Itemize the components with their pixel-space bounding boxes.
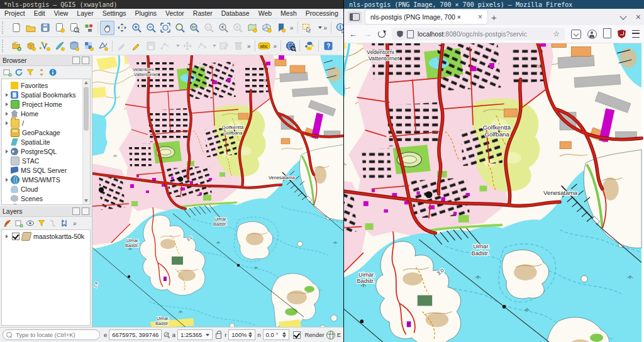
pan-map-button[interactable]: [100, 21, 114, 35]
crs-globe-icon[interactable]: [326, 331, 335, 339]
expand-arrow[interactable]: [3, 93, 10, 97]
list-all-tabs-icon[interactable]: [619, 13, 626, 19]
active-tab[interactable]: nls-postgis (PNG Image, 700 × ×: [365, 10, 487, 24]
delete-selected-button[interactable]: [231, 39, 245, 53]
url-bar[interactable]: localhost:8080/ogc/nls-postgis?servic ☆: [392, 28, 565, 40]
add-group-icon[interactable]: [14, 219, 23, 228]
metasearch-button[interactable]: [283, 39, 297, 53]
add-spatialite-layer-button[interactable]: [52, 39, 67, 53]
panel-float-button[interactable]: [72, 57, 80, 64]
properties-info-icon[interactable]: [48, 68, 57, 77]
ublock-shield-icon[interactable]: [618, 30, 626, 38]
pocket-extension-icon[interactable]: [571, 30, 581, 39]
menu-web[interactable]: Web: [254, 9, 276, 18]
python-console-button[interactable]: [302, 39, 316, 53]
expand-arrow[interactable]: [3, 178, 10, 182]
browser-item-stac[interactable]: STAC: [3, 156, 82, 165]
zoom-native-button[interactable]: [201, 21, 216, 35]
zoom-out-button[interactable]: [143, 21, 158, 35]
menu-edit[interactable]: Edit: [30, 9, 50, 18]
browser-item-spatialite[interactable]: SpatiaLite: [3, 137, 82, 146]
menu-settings[interactable]: Settings: [98, 9, 131, 18]
browser-item-wms[interactable]: WMS/WMTS: [3, 175, 82, 184]
menu-project[interactable]: Project: [0, 9, 30, 18]
window-close-icon[interactable]: ×: [636, 12, 641, 22]
add-raster-layer-button[interactable]: [81, 39, 96, 53]
toolbar-overflow[interactable]: »: [322, 25, 330, 31]
filter-legend-icon[interactable]: [37, 219, 46, 228]
menu-mesh[interactable]: Mesh: [276, 9, 301, 18]
layout-manager-button[interactable]: [67, 21, 81, 35]
render-checkbox[interactable]: [293, 331, 301, 339]
zoom-full-button[interactable]: [158, 21, 172, 35]
magnifier-spinner[interactable]: [248, 332, 252, 338]
vertex-tool-button[interactable]: [194, 39, 209, 53]
panel-close-button[interactable]: [82, 57, 89, 64]
browser-item-sensorthings[interactable]: SensorThings: [3, 203, 82, 205]
expand-collapse-icon[interactable]: [60, 219, 69, 228]
add-postgis-layer-button[interactable]: [67, 39, 81, 53]
current-edits-button[interactable]: [114, 39, 129, 53]
spatial-bookmarks-button[interactable]: [274, 21, 288, 35]
move-feature-button[interactable]: [180, 39, 194, 53]
menu-raster[interactable]: Raster: [189, 9, 217, 18]
account-icon[interactable]: [587, 30, 597, 39]
toolbar-overflow[interactable]: »: [272, 43, 279, 50]
select-features-button[interactable]: [300, 21, 314, 35]
filter-expression-icon[interactable]: [48, 219, 57, 228]
firefox-view-icon[interactable]: [348, 11, 362, 23]
toolbar-overflow[interactable]: »: [288, 25, 296, 31]
menu-plugins[interactable]: Plugins: [131, 9, 161, 18]
toggle-editing-button[interactable]: [129, 39, 143, 53]
expand-arrow[interactable]: [3, 121, 10, 125]
menu-processing[interactable]: Processing: [301, 9, 343, 18]
new-project-button[interactable]: [9, 21, 23, 35]
filter-icon[interactable]: [26, 68, 35, 77]
layer-visibility-checkbox[interactable]: [12, 233, 19, 240]
collapse-all-icon[interactable]: [37, 68, 46, 77]
vertex-dropdown[interactable]: [213, 45, 216, 47]
expand-arrow[interactable]: [3, 234, 10, 238]
manage-visibility-icon[interactable]: [26, 219, 35, 228]
toolbar-handle[interactable]: [2, 21, 7, 34]
pan-to-selection-button[interactable]: [114, 21, 129, 35]
menu-layer[interactable]: Layer: [72, 9, 97, 18]
firefox-titlebar[interactable]: nls-postgis (PNG Image, 700 × 700 pixels…: [344, 0, 644, 9]
rotation-spinner[interactable]: [282, 332, 286, 338]
open-data-source-manager-button[interactable]: [9, 39, 23, 53]
menu-view[interactable]: View: [50, 9, 73, 18]
magnifier-box[interactable]: 100%: [228, 329, 255, 340]
toolbar-handle[interactable]: [2, 40, 7, 52]
library-icon[interactable]: [603, 30, 611, 38]
browser-item-favorites[interactable]: Favorites: [3, 80, 82, 90]
magnifier-lock-icon[interactable]: [216, 333, 221, 339]
browser-item-spatial-bookmarks[interactable]: Spatial Bookmarks: [3, 90, 82, 99]
expand-arrow[interactable]: [3, 150, 10, 153]
new-print-layout-button[interactable]: [52, 21, 67, 35]
zoom-to-layer-button[interactable]: [187, 21, 201, 35]
browser-item-postgresql[interactable]: PostgreSQL: [3, 146, 82, 156]
menu-hamburger-icon[interactable]: [632, 30, 640, 38]
layer-row-maastokartta[interactable]: maastokartta-50k: [3, 231, 90, 241]
refresh-icon[interactable]: [14, 68, 23, 77]
add-geopackage-layer-button[interactable]: [23, 39, 38, 53]
zoom-in-button[interactable]: [129, 21, 143, 35]
qgis-map-canvas[interactable]: [92, 55, 343, 327]
open-project-button[interactable]: [23, 21, 38, 35]
style-manager-button[interactable]: [81, 21, 96, 35]
browser-item-cloud[interactable]: Cloud: [3, 184, 82, 194]
browser-item-mssql[interactable]: MS SQL Server: [3, 165, 82, 175]
coordinate-box[interactable]: 6675975, 399746: [109, 329, 162, 340]
save-project-button[interactable]: [38, 21, 52, 35]
panel-float-button[interactable]: [72, 207, 80, 215]
back-button[interactable]: ←: [349, 30, 357, 39]
expand-arrow[interactable]: [3, 102, 10, 106]
firefox-content-image[interactable]: [344, 43, 644, 342]
save-edits-button[interactable]: [143, 39, 158, 53]
label-toolbar-button[interactable]: abc: [257, 39, 272, 53]
add-layer-icon[interactable]: [3, 68, 12, 77]
new-tab-button[interactable]: +: [491, 12, 497, 23]
scale-combobox[interactable]: 1:25365: [177, 329, 213, 340]
add-vector-layer-button[interactable]: [38, 39, 52, 53]
add-feature-dropdown[interactable]: [176, 45, 180, 47]
